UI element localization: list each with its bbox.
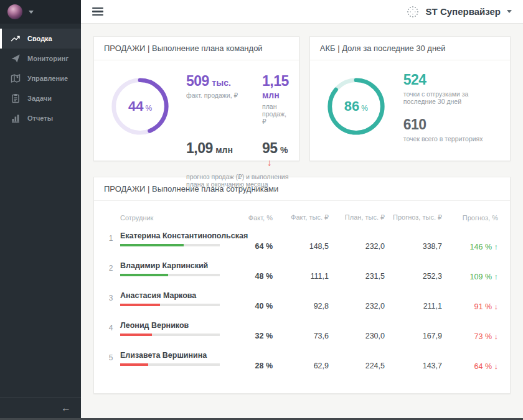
col-plan: План, тыс. ₽: [329, 213, 385, 222]
employee-name-cell: Леонид Верников: [120, 321, 235, 336]
fact-pct-value: 40 %: [235, 302, 273, 310]
sidebar-item-label: Задачи: [27, 95, 52, 102]
sidebar-item-reports[interactable]: Отчеты: [0, 108, 81, 128]
plan-value: 224,5: [329, 362, 385, 370]
fact-sales-stat: 509 тыс. факт. продажи, ₽: [186, 73, 262, 125]
akb-donut-chart: 86 %: [326, 77, 386, 136]
col-forecast-pct: Прогноз, %: [442, 214, 498, 222]
employee-name-cell: Анастасия Маркова: [120, 291, 235, 306]
fact-pct-value: 48 %: [235, 272, 273, 281]
down-arrow-icon: ↓: [494, 362, 499, 371]
up-arrow-icon: ↑: [494, 242, 499, 251]
plan-sales-stat: 1,15 млн план продаж, ₽: [262, 73, 289, 125]
table-row[interactable]: 1Екатерина Константинопольская64 %148,52…: [101, 231, 500, 261]
donut-value: 44: [128, 98, 143, 114]
row-index: 2: [101, 261, 120, 273]
fact-value: 73,6: [273, 332, 329, 340]
row-index: 5: [101, 351, 120, 362]
forecast-pct-value: 91 % ↓: [442, 302, 498, 311]
shipped-points-value: 524: [403, 72, 500, 88]
completion-value: 95: [262, 140, 278, 156]
table-row[interactable]: 2Владимир Карпинский48 %111,1231,5252,31…: [101, 261, 500, 291]
sales-donut-chart: 44 %: [110, 77, 170, 136]
employee-rows: 1Екатерина Константинопольская64 %148,52…: [101, 231, 500, 381]
row-index: 4: [101, 321, 120, 332]
sidebar-nav: Сводка Мониторинг Управление: [0, 24, 81, 397]
table-row[interactable]: 5Елизавета Вершинина28 %62,9224,5143,764…: [101, 351, 500, 381]
trend-arrow-icon: ↓: [267, 157, 272, 167]
sidebar-item-label: Сводка: [27, 35, 52, 42]
employee-name: Анастасия Маркова: [120, 291, 235, 300]
account-menu[interactable]: ST Супервайзер: [406, 5, 512, 19]
forecast-pct-value: 64 % ↓: [442, 362, 498, 371]
topbar: ST Супервайзер: [81, 0, 523, 24]
donut-unit: %: [361, 104, 368, 113]
up-arrow-icon: ↑: [494, 272, 499, 281]
forecast-pct-value: 146 % ↑: [442, 242, 498, 251]
employee-name: Владимир Карпинский: [120, 261, 235, 270]
col-fact: Факт, тыс. ₽: [273, 213, 329, 222]
trend-up-icon: [11, 34, 21, 44]
menu-icon[interactable]: [92, 7, 103, 16]
plan-sales-unit: млн: [262, 90, 280, 100]
forecast-pct-value: 73 % ↓: [442, 332, 498, 341]
fact-value: 148,5: [273, 242, 329, 251]
down-arrow-icon: ↓: [494, 302, 499, 311]
progress-bar: [120, 334, 220, 336]
plan-sales-caption: план продаж, ₽: [262, 103, 289, 125]
donut-unit: %: [145, 104, 152, 113]
sidebar-item-label: Управление: [27, 75, 68, 82]
bar-chart-icon: [11, 113, 21, 123]
sidebar-item-monitoring[interactable]: Мониторинг: [0, 49, 81, 68]
employee-name: Елизавета Вершинина: [120, 351, 235, 360]
employee-name-cell: Екатерина Константинопольская: [120, 231, 235, 246]
plan-sales-value: 1,15: [262, 73, 289, 89]
progress-bar: [120, 363, 220, 366]
shipped-points-caption: точки с отгрузками за последние 30 дней: [403, 90, 500, 105]
sidebar: Сводка Мониторинг Управление: [0, 0, 81, 418]
employee-name-cell: Владимир Карпинский: [120, 261, 235, 276]
dashboard-content: ПРОДАЖИ | Выполнение плана командой 44 %: [81, 24, 523, 418]
sidebar-item-label: Мониторинг: [27, 55, 68, 62]
main-area: ST Супервайзер ПРОДАЖИ | Выполнение план…: [81, 0, 523, 418]
table-row[interactable]: 4Леонид Верников32 %73,6230,0167,973 % ↓: [101, 321, 500, 351]
col-fact-pct: Факт, %: [235, 214, 273, 222]
plan-value: 230,0: [329, 332, 385, 340]
forecast-sales-value: 1,09: [186, 140, 213, 156]
send-icon: [11, 54, 21, 63]
employee-name: Леонид Верников: [120, 321, 235, 330]
sidebar-item-management[interactable]: Управление: [0, 68, 81, 88]
total-points-stat: 610 точек всего в территориях: [403, 116, 500, 142]
total-points-value: 610: [403, 116, 500, 133]
forecast-value: 252,3: [385, 272, 442, 281]
chevron-down-icon: [507, 10, 512, 13]
fact-sales-caption: факт. продажи, ₽: [186, 91, 262, 99]
avatar[interactable]: [7, 4, 22, 19]
progress-bar: [120, 244, 220, 246]
forecast-value: 338,7: [385, 242, 442, 251]
profile-menu[interactable]: [0, 0, 81, 24]
progress-bar: [120, 304, 220, 306]
fact-sales-value: 509: [186, 73, 209, 89]
chevron-down-icon: [29, 11, 34, 14]
card-title: ПРОДАЖИ | Выполнение плана командой: [94, 37, 299, 60]
card-title: АКБ | Доля за последние 30 дней: [310, 37, 510, 60]
sidebar-item-tasks[interactable]: Задачи: [0, 88, 81, 108]
fact-value: 111,1: [273, 272, 329, 281]
progress-bar-fill: [120, 304, 160, 306]
table-header-row: Сотрудник Факт, % Факт, тыс. ₽ План, тыс…: [101, 213, 500, 222]
fact-pct-value: 32 %: [235, 332, 273, 340]
sales-team-card: ПРОДАЖИ | Выполнение плана командой 44 %: [93, 36, 299, 161]
collapse-sidebar-button[interactable]: ←: [61, 403, 71, 413]
employee-name-cell: Елизавета Вершинина: [120, 351, 235, 366]
akb-card: АКБ | Доля за последние 30 дней 86 %: [309, 36, 511, 161]
sidebar-item-summary[interactable]: Сводка: [0, 29, 81, 49]
employees-card: ПРОДАЖИ | Выполнение плана сотрудниками …: [93, 177, 511, 394]
plan-value: 232,0: [329, 242, 385, 251]
fact-value: 62,9: [273, 362, 329, 370]
table-row[interactable]: 3Анастасия Маркова40 %92,8232,0211,191 %…: [101, 291, 500, 321]
row-index: 3: [101, 291, 120, 302]
sidebar-item-label: Отчеты: [27, 114, 53, 122]
sidebar-footer: ←: [0, 397, 81, 418]
col-forecast: Прогноз, тыс. ₽: [385, 213, 442, 222]
